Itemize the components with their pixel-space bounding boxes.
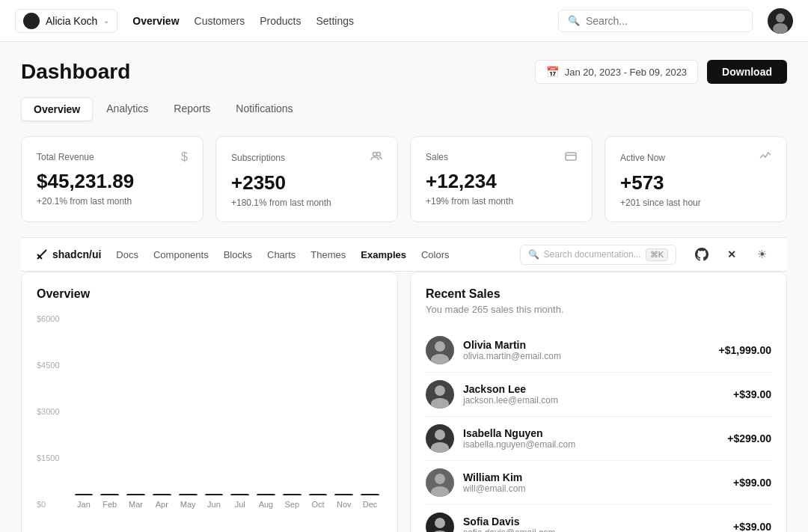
stat-card-sales: Sales +12,234 +19% from last month [410, 136, 593, 222]
sale-name: Isabella Nguyen [463, 427, 718, 439]
sale-name: Jackson Lee [463, 383, 724, 395]
sale-amount: +$99.00 [733, 477, 771, 489]
bar-label: Jul [235, 500, 245, 509]
y-axis: $6000$4500$3000$1500$0 [37, 314, 66, 509]
sale-avatar [426, 380, 454, 409]
search-bar: 🔍 [558, 10, 753, 32]
chevron-down-icon: ⌄ [103, 16, 109, 25]
nav-link-products[interactable]: Products [260, 15, 301, 27]
bar-column[interactable]: Nov [334, 494, 353, 509]
bar-label: Aug [259, 500, 274, 509]
svg-point-11 [431, 398, 449, 409]
sale-info: William Kimwill@email.com [463, 471, 724, 494]
sale-amount: +$1,999.00 [719, 344, 771, 356]
svg-point-13 [431, 442, 449, 453]
recent-sales-subtitle: You made 265 sales this month. [426, 304, 771, 315]
shadcn-nav-link-examples[interactable]: Examples [361, 249, 406, 260]
sale-info: Jackson Leejackson.lee@email.com [463, 383, 724, 406]
download-button[interactable]: Download [707, 60, 787, 84]
shadcn-nav-link-components[interactable]: Components [153, 249, 209, 260]
theme-toggle-icon[interactable]: ☀ [751, 244, 772, 265]
shadcn-icon-buttons: ✕ ☀ [691, 244, 772, 265]
stat-label-revenue: Total Revenue [37, 152, 94, 162]
stat-value-active: +573 [620, 171, 771, 195]
bar-column[interactable]: Oct [309, 494, 328, 509]
svg-line-6 [37, 250, 46, 259]
bar-label: Nov [337, 500, 352, 509]
shadcn-nav-link-docs[interactable]: Docs [116, 249, 138, 260]
main-content: Dashboard 📅 Jan 20, 2023 - Feb 09, 2023 … [0, 42, 808, 532]
user-selector[interactable]: Alicia Koch ⌄ [15, 9, 117, 33]
bar-column[interactable]: Apr [153, 494, 171, 509]
y-axis-label: $0 [37, 500, 60, 509]
tab-notifications[interactable]: Notifications [224, 97, 304, 121]
sale-avatar [426, 424, 454, 453]
top-nav: Alicia Koch ⌄ Overview Customers Product… [0, 0, 808, 42]
shadcn-search[interactable]: 🔍 Search documentation... ⌘K [520, 245, 676, 265]
bar-column[interactable]: Feb [100, 494, 119, 509]
bottom-section: Overview $6000$4500$3000$1500$0 JanFebMa… [21, 272, 787, 532]
svg-point-8 [435, 341, 445, 352]
shadcn-nav-link-blocks[interactable]: Blocks [224, 249, 252, 260]
sale-name: Olivia Martin [463, 339, 710, 351]
sale-name: William Kim [463, 471, 724, 483]
bar-column[interactable]: Aug [257, 494, 275, 509]
search-input[interactable] [586, 15, 743, 27]
bar [257, 494, 275, 495]
bar-label: Mar [129, 500, 143, 509]
stat-change-revenue: +20.1% from last month [37, 196, 188, 207]
shadcn-nav-link-charts[interactable]: Charts [267, 249, 296, 260]
tab-overview[interactable]: Overview [21, 97, 93, 121]
bar-column[interactable]: Mar [126, 494, 145, 509]
tab-analytics[interactable]: Analytics [94, 97, 160, 121]
chart-content: $6000$4500$3000$1500$0 JanFebMarAprMayJu… [37, 314, 382, 509]
svg-point-16 [435, 518, 445, 528]
shadcn-nav-link-colors[interactable]: Colors [421, 249, 450, 260]
sale-avatar [426, 336, 454, 364]
github-icon[interactable] [691, 244, 712, 265]
dashboard-header: Dashboard 📅 Jan 20, 2023 - Feb 09, 2023 … [21, 60, 787, 84]
sale-info: Olivia Martinolivia.martin@email.com [463, 339, 710, 361]
bar [126, 494, 145, 495]
nav-link-customers[interactable]: Customers [195, 15, 245, 27]
bar-label: Jun [207, 500, 221, 509]
date-range-text: Jan 20, 2023 - Feb 09, 2023 [565, 67, 687, 78]
bar [75, 494, 94, 495]
stat-change-active: +201 since last hour [620, 198, 771, 208]
kbd-shortcut: ⌘K [646, 248, 668, 261]
bar-label: Jan [77, 500, 91, 509]
y-axis-label: $1500 [37, 453, 60, 462]
svg-point-14 [435, 474, 445, 484]
tab-bar: Overview Analytics Reports Notifications [21, 97, 787, 121]
bar-column[interactable]: Jan [75, 494, 94, 509]
nav-link-settings[interactable]: Settings [316, 15, 354, 27]
sale-email: olivia.martin@email.com [463, 351, 710, 361]
header-right: 📅 Jan 20, 2023 - Feb 09, 2023 Download [535, 60, 787, 84]
sale-info: Isabella Nguyenisabella.nguyen@email.com [463, 427, 718, 450]
stat-value-revenue: $45,231.89 [37, 170, 188, 193]
shadcn-logo-text: shadcn/ui [52, 248, 101, 260]
bar-column[interactable]: Sep [283, 494, 302, 509]
bar-column[interactable]: Jun [205, 494, 224, 509]
twitter-x-icon[interactable]: ✕ [721, 244, 742, 265]
user-name: Alicia Koch [46, 15, 97, 27]
bar-label: Apr [156, 500, 168, 509]
svg-point-0 [776, 13, 785, 22]
bar-column[interactable]: Jul [230, 494, 249, 509]
bar-label: May [180, 500, 196, 509]
bar-column[interactable]: Dec [361, 494, 379, 509]
y-axis-label: $3000 [37, 407, 60, 416]
user-profile-avatar[interactable] [768, 8, 793, 34]
y-axis-label: $6000 [37, 314, 60, 323]
nav-link-overview[interactable]: Overview [132, 15, 179, 27]
bar [100, 494, 119, 495]
shadcn-nav-link-themes[interactable]: Themes [310, 249, 346, 260]
date-range-picker[interactable]: 📅 Jan 20, 2023 - Feb 09, 2023 [535, 60, 698, 84]
chart-card: Overview $6000$4500$3000$1500$0 JanFebMa… [21, 272, 398, 532]
recent-sales-card: Recent Sales You made 265 sales this mon… [410, 272, 787, 532]
bar-column[interactable]: May [179, 494, 198, 509]
stat-label-active: Active Now [620, 153, 665, 163]
shadcn-logo: shadcn/ui [36, 248, 101, 260]
tab-reports[interactable]: Reports [162, 97, 222, 121]
sales-list: Olivia Martinolivia.martin@email.com+$1,… [426, 328, 771, 532]
